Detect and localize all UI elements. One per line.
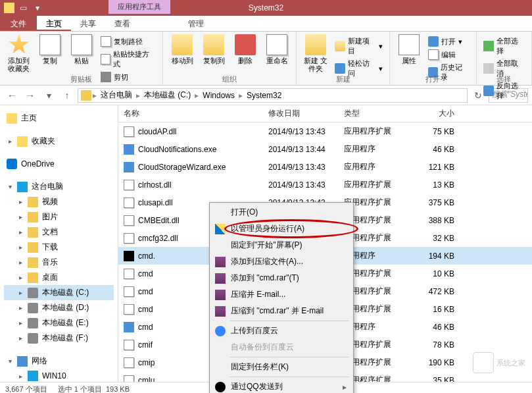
file-size: 472 KB [408,284,460,299]
cm-send-qq[interactable]: 通过QQ发送到▸ [211,379,352,393]
qq-icon [215,382,226,392]
cm-pin-taskbar[interactable]: 固定到任务栏(K) [211,359,352,375]
nav-documents[interactable]: ▸文档 [4,224,114,240]
forward-button[interactable]: → [22,88,38,103]
col-name-header[interactable]: 名称 [118,105,263,122]
nav-downloads[interactable]: ▸下载 [4,240,114,255]
cm-add-cmd-rar[interactable]: 添加到 "cmd.rar"(T) [211,270,352,286]
menu-separator [230,377,349,377]
file-row[interactable]: cloudAP.dll2014/9/13 13:43应用程序扩展75 KB [118,122,532,140]
nav-disk-c[interactable]: ▸本地磁盘 (C:) [4,285,114,300]
nav-onedrive[interactable]: OneDrive [4,157,114,171]
nav-favorites[interactable]: ▸收藏夹 [4,134,114,149]
file-icon [124,180,134,190]
column-headers: 名称 修改日期 类型 大小 [118,105,532,122]
new-item-button[interactable]: 新建项目 ▾ [333,36,384,57]
nav-this-pc[interactable]: ▾这台电脑 [4,179,114,194]
cm-pin-start[interactable]: 固定到"开始"屏幕(P) [211,237,352,253]
easy-access-icon [335,63,345,74]
file-size: 375 KB [408,196,460,210]
file-type: 应用程序 [339,141,408,157]
cm-run-as-admin[interactable]: 以管理员身份运行(A) [211,221,352,237]
nav-home[interactable]: 主页 [4,111,114,126]
breadcrumb[interactable]: ▸ 这台电脑 ▸ 本地磁盘 (C:) ▸ Windows ▸ System32 [78,88,468,103]
nav-disk-d[interactable]: ▸本地磁盘 (D:) [4,300,114,315]
file-name: CMBEdit.dll [138,216,180,225]
qat-new-icon[interactable]: ▾ [32,2,43,14]
recent-dropdown[interactable]: ▾ [41,88,57,103]
pc-icon [17,182,28,192]
nav-disk-f[interactable]: ▸本地磁盘 (F:) [4,330,114,346]
file-type: 应用程序扩展 [339,123,408,140]
menu-separator [230,357,349,357]
breadcrumb-windows[interactable]: Windows [200,90,237,101]
copy-path-button[interactable]: 复制路径 [99,36,158,47]
file-icon [124,357,134,368]
file-size: 10 KB [408,267,460,281]
cm-add-rar[interactable]: 添加到压缩文件(A)... [211,253,352,270]
cm-compress-cmd-email[interactable]: 压缩到 "cmd.rar" 并 E-mail [211,303,352,319]
home-tab[interactable]: 主页 [37,16,71,31]
nav-win10[interactable]: ▸WIN10 [4,369,114,382]
properties-icon [399,34,420,55]
back-button[interactable]: ← [4,88,20,103]
file-icon [124,144,134,155]
cloud-icon [7,159,17,169]
col-type-header[interactable]: 类型 [339,105,408,122]
cm-upload-baidu[interactable]: 上传到百度云 [211,323,352,339]
breadcrumb-disk-c[interactable]: 本地磁盘 (C:) [141,88,193,102]
nav-music[interactable]: ▸音乐 [4,255,114,270]
file-icon [124,269,134,279]
col-size-header[interactable]: 大小 [408,105,460,122]
cm-compress-email[interactable]: 压缩并 E-mail... [211,286,352,303]
organize-group-label: 组织 [163,74,296,84]
file-size: 13 KB [408,178,460,192]
file-row[interactable]: CloudNotifications.exe2014/9/13 13:44应用程… [118,140,532,158]
select-group-label: 选择 [477,74,531,84]
file-date: 2014/9/13 13:44 [263,142,339,157]
cm-open[interactable]: 打开(O) [211,204,352,221]
shortcut-icon [101,54,111,65]
paste-shortcut-button[interactable]: 粘贴快捷方式 [99,49,158,70]
breadcrumb-this-pc[interactable]: 这台电脑 [98,88,135,102]
rar-icon [215,257,226,267]
file-type: 应用程序 [339,159,408,175]
qat-props-icon[interactable]: ▭ [17,2,29,14]
network-icon [17,356,28,367]
pc-icon [81,90,91,101]
view-tab[interactable]: 查看 [105,16,139,31]
star-icon [9,34,30,55]
file-name: clrhost.dll [138,180,172,190]
nav-videos[interactable]: ▸视频 [4,194,114,209]
home-icon [7,113,17,124]
videos-icon [28,197,38,207]
nav-disk-e[interactable]: ▸本地磁盘 (E:) [4,315,114,330]
file-size: 190 KB [408,355,460,370]
delete-icon [235,34,256,55]
breadcrumb-system32[interactable]: System32 [244,90,284,101]
file-row[interactable]: clrhost.dll2014/9/13 13:43应用程序扩展13 KB [118,176,532,194]
nav-network[interactable]: ▾网络 [4,354,114,369]
nav-pictures[interactable]: ▸图片 [4,209,114,224]
select-all-button[interactable]: 全部选择 [482,36,526,57]
nav-desktop[interactable]: ▸桌面 [4,270,114,285]
disk-icon [28,318,38,328]
rename-icon [266,34,287,55]
file-tab[interactable]: 文件 [0,16,37,31]
manage-tab[interactable]: 管理 [179,16,213,31]
col-date-header[interactable]: 修改日期 [263,105,339,122]
up-button[interactable]: ↑ [59,88,75,103]
desktop-icon [28,273,38,283]
move-icon [172,34,193,55]
file-name: cmip [138,358,155,367]
file-icon [124,322,134,332]
file-row[interactable]: CloudStorageWizard.exe2014/9/13 13:43应用程… [118,158,532,176]
select-all-icon [483,41,494,51]
open-button[interactable]: 打开 ▾ [427,36,471,47]
file-icon [124,340,134,350]
share-tab[interactable]: 共享 [71,16,105,31]
context-tool-tab[interactable]: 应用程序工具 [109,0,170,14]
app-icon [4,3,14,13]
file-size: 35 KB [408,373,460,382]
edit-button[interactable]: 编辑 [427,49,471,61]
